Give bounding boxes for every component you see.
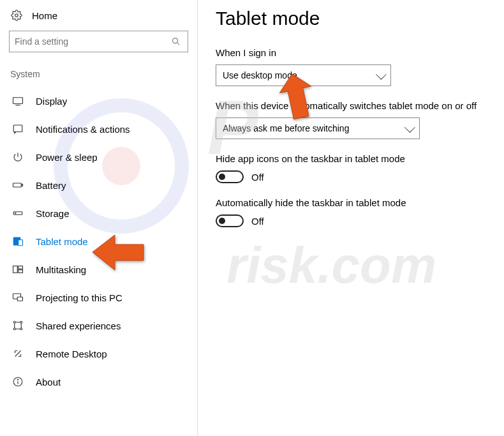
dropdown-value: Use desktop mode [223,70,297,80]
sidebar-item-label: Display [36,96,67,107]
svg-rect-11 [19,240,23,246]
svg-rect-13 [19,266,23,269]
search-icon [170,35,182,48]
notifications-icon [11,123,24,135]
sidebar-item-label: Multitasking [36,264,86,275]
autoswitch-dropdown[interactable]: Always ask me before switching [216,117,420,139]
tablet-icon [11,235,24,248]
search-field[interactable] [15,36,170,47]
hide-taskbar-toggle[interactable] [216,214,244,227]
svg-rect-6 [13,183,22,187]
sidebar-item-projecting[interactable]: Projecting to this PC [9,283,188,312]
category-header: System [9,69,188,87]
svg-point-18 [20,321,22,323]
sidebar-item-label: About [36,377,61,387]
sidebar-item-notifications[interactable]: Notifications & actions [9,115,188,143]
svg-rect-7 [22,184,23,186]
sidebar-item-remote[interactable]: Remote Desktop [9,340,188,368]
search-input[interactable] [9,31,188,52]
info-icon [11,375,24,388]
sidebar-item-label: Power & sleep [36,152,98,163]
sidebar-item-power[interactable]: Power & sleep [9,143,188,171]
sidebar-item-about[interactable]: About [9,368,188,396]
remote-icon [11,347,24,360]
toggle-state: Off [251,216,264,227]
svg-point-23 [17,379,18,380]
sidebar-item-display[interactable]: Display [9,87,188,115]
sidebar-item-label: Shared experiences [36,320,121,331]
svg-point-1 [173,38,178,43]
sidebar-item-label: Storage [36,208,70,219]
dropdown-value: Always ask me before switching [223,123,349,133]
sidebar-item-shared[interactable]: Shared experiences [9,312,188,340]
home-label: Home [32,10,57,21]
multitasking-icon [11,263,24,276]
sidebar-item-label: Tablet mode [36,236,88,247]
sidebar-item-battery[interactable]: Battery [9,171,188,199]
hide-taskbar-label: Automatically hide the taskbar in tablet… [216,197,486,208]
svg-rect-3 [13,98,23,104]
svg-point-0 [15,14,19,17]
svg-rect-14 [19,270,23,273]
sidebar-item-label: Battery [36,180,66,191]
svg-point-20 [20,328,22,330]
chevron-down-icon [404,122,415,133]
sidebar-item-label: Notifications & actions [36,124,130,135]
svg-rect-5 [13,125,22,132]
toggle-state: Off [251,172,264,183]
page-title: Tablet mode [216,8,486,29]
svg-point-9 [15,213,16,213]
sidebar-item-storage[interactable]: Storage [9,199,188,227]
signin-dropdown[interactable]: Use desktop mode [216,64,391,86]
display-icon [11,94,24,107]
svg-rect-16 [17,297,22,301]
main-panel: Tablet mode When I sign in Use desktop m… [198,0,504,436]
battery-icon [11,179,24,192]
sidebar-item-label: Projecting to this PC [36,292,122,303]
chevron-down-icon [376,69,387,80]
svg-point-19 [13,328,15,330]
autoswitch-label: When this device automatically switches … [216,100,486,111]
sidebar-item-multitasking[interactable]: Multitasking [9,255,188,283]
signin-label: When I sign in [216,47,486,58]
svg-rect-12 [13,266,18,273]
home-nav[interactable]: Home [9,6,188,31]
power-icon [11,151,24,163]
svg-point-17 [13,321,15,323]
projecting-icon [11,291,24,304]
gear-icon [10,9,23,22]
sidebar: Home System Display Notifications & acti… [0,0,198,436]
sidebar-item-tablet-mode[interactable]: Tablet mode [9,227,188,255]
shared-icon [11,319,24,332]
hide-icons-label: Hide app icons on the taskbar in tablet … [216,153,486,164]
sidebar-item-label: Remote Desktop [36,349,107,359]
storage-icon [11,207,24,220]
svg-line-2 [177,43,180,45]
hide-icons-toggle[interactable] [216,170,244,183]
